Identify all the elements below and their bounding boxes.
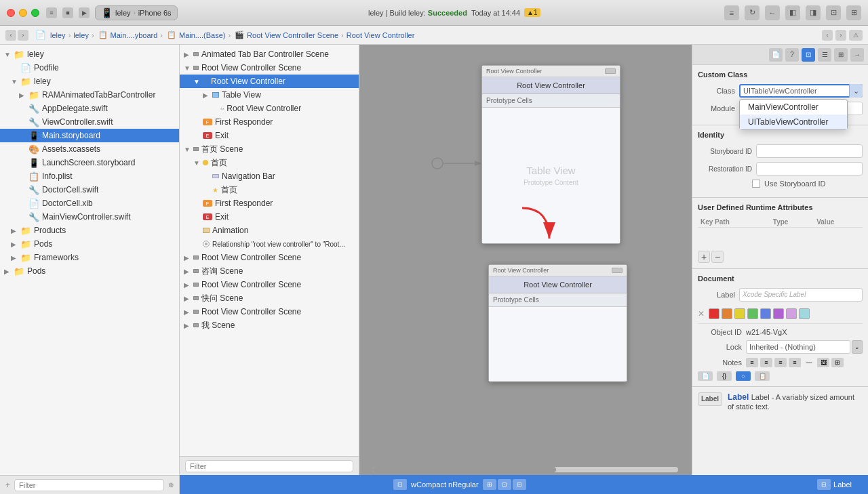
inspector-toggle-icon[interactable]: ⊟ [817,479,831,490]
use-storyboard-checkbox[interactable] [752,180,760,188]
tree-item-launchscreen[interactable]: 📱 LaunchScreen.storyboard [0,156,179,169]
breadcrumb-back[interactable]: ‹ [5,30,16,41]
tree-item-leley-group[interactable]: ▼ 📁 leley [0,75,179,88]
scene-item-shouye-vc[interactable]: ▼ 首页 [180,156,359,169]
dropdown-item-uitableviewcontroller[interactable]: UITableViewController [740,115,847,129]
doc-icon-3[interactable]: ○ [736,371,751,381]
scene-item-root-scene-1[interactable]: ▼ Root View Controller Scene [180,61,359,75]
canvas-area[interactable]: Root View Controller Root View Controlle… [359,45,692,475]
fullscreen-button[interactable] [31,9,39,17]
scene-item-relationship[interactable]: Relationship "root view controller" to "… [180,237,359,251]
tree-item-pods[interactable]: ▶ 📁 Pods [0,237,179,251]
scene-item-exit-1[interactable]: E Exit [180,129,359,142]
close-button[interactable] [7,9,15,17]
canvas-grid-icon[interactable]: ⊞ [483,479,496,490]
notes-more[interactable]: ⊞ [831,358,844,367]
color-swatch-light-blue[interactable] [799,308,810,319]
scene-filter-input[interactable] [185,460,353,472]
tree-item-viewcontroller[interactable]: 🔧 ViewController.swift [0,115,179,129]
dropdown-item-mainviewcontroller[interactable]: MainViewController [740,100,847,115]
scene-item-table-view[interactable]: ▶ Table View [180,88,359,102]
doc-icon-2[interactable]: {} [717,371,732,381]
tree-item-leley-root[interactable]: ▼ 📁 leley [0,47,179,61]
identity-inspector-icon[interactable]: ⊡ [802,48,815,62]
scene-item-kuawen-scene[interactable]: ▶ 快问 Scene [180,291,359,305]
scene-item-root-vc-1[interactable]: ▼ Root View Controller [180,75,359,88]
scheme-selector[interactable]: 📱 leley › iPhone 6s [95,5,178,20]
color-swatch-purple[interactable] [773,308,784,319]
editor-standard-icon[interactable]: ≡ [724,5,739,20]
horizontal-scrollbar[interactable] [373,467,678,472]
file-inspector-icon[interactable]: 📄 [769,48,783,62]
notes-left-align[interactable]: ≡ [746,358,758,367]
breadcrumb-rootscene[interactable]: Root View Controller Scene [247,31,338,39]
scene-item-root-vc-ref[interactable]: ‹› Root View Controller [180,102,359,115]
color-swatch-lavender[interactable] [786,308,797,319]
navigator-icon[interactable]: ◧ [785,5,800,20]
refresh-icon[interactable]: ↻ [745,5,760,20]
breadcrumb-forward[interactable]: › [18,30,28,41]
scene-item-first-responder-2[interactable]: F First Responder [180,197,359,210]
tree-item-assets[interactable]: 🎨 Assets.xcassets [0,142,179,156]
breadcrumb-leley[interactable]: leley [50,31,66,39]
breadcrumb-mainbase[interactable]: Main....(Base) [179,31,225,39]
tree-item-mainviewcontroller[interactable]: 🔧 MainViewController.swift [0,210,179,224]
scene-item-animated-tab[interactable]: ▶ Animated Tab Bar Controller Scene [180,47,359,61]
run-button[interactable]: ▶ [79,7,90,18]
tree-item-products[interactable]: ▶ 📁 Products [0,224,179,237]
restoration-id-field[interactable] [756,162,863,176]
canvas-layout-icon-2[interactable]: ⊟ [513,479,526,490]
color-swatch-orange[interactable] [722,308,732,319]
add-file-icon[interactable]: + [5,480,10,490]
scene-item-animation[interactable]: Animation [180,224,359,237]
label-field[interactable]: Xcode Specific Label [739,288,863,302]
lock-stepper[interactable]: ⌄ [852,340,863,354]
add-attribute-button[interactable]: + [698,251,710,263]
scene-item-shouye-scene[interactable]: ▼ 首页 Scene [180,142,359,156]
color-swatch-red[interactable] [709,308,719,319]
scene-item-zixun-scene[interactable]: ▶ 咨询 Scene [180,264,359,278]
tree-item-podfile[interactable]: 📄 Podfile [0,61,179,75]
color-swatch-blue[interactable] [760,308,771,319]
navigator-toggle[interactable]: ≡ [46,7,57,18]
breadcrumb-rootvc[interactable]: Root View Controller [347,31,415,39]
back-icon[interactable]: ← [765,5,780,20]
storyboard-id-field[interactable] [756,144,863,158]
tree-item-appdelegate[interactable]: 🔧 AppDelegate.swift [0,102,179,115]
size-inspector-icon[interactable]: ⊞ [834,48,848,62]
scene-item-nav-bar[interactable]: Navigation Bar [180,169,359,183]
scene-item-root-scene-2[interactable]: ▶ Root View Controller Scene [180,251,359,264]
attributes-inspector-icon[interactable]: ☰ [818,48,831,62]
tree-item-mainstoryboard[interactable]: 📱 Main.storyboard [0,129,179,142]
debug-icon[interactable]: ⊡ [826,5,841,20]
file-filter-input[interactable] [14,479,164,491]
inspector-toggle[interactable]: ◨ [806,5,821,20]
warning-icon[interactable]: ⚠ [849,30,863,41]
prev-item-icon[interactable]: ‹ [822,30,833,41]
tree-item-doctorcell-swift[interactable]: 🔧 DoctorCell.swift [0,183,179,197]
notes-image[interactable]: 🖼 [817,358,829,367]
doc-icon-1[interactable]: 📄 [698,371,713,381]
canvas-size-icon[interactable]: ⊡ [393,479,407,490]
scene-item-first-responder-1[interactable]: F First Responder [180,115,359,129]
notes-justify[interactable]: ≡ [789,358,801,367]
lock-value-field[interactable]: Inherited - (Nothing) [746,340,850,354]
scene-item-shouye-ref[interactable]: ★ 首页 [180,183,359,197]
scene-item-root-scene-3[interactable]: ▶ Root View Controller Scene [180,278,359,291]
tree-item-frameworks[interactable]: ▶ 📁 Frameworks [0,251,179,264]
quick-help-icon[interactable]: ? [785,48,799,62]
clear-color-button[interactable]: ✕ [698,309,705,318]
color-swatch-yellow[interactable] [734,308,745,319]
library-icon[interactable]: ⊞ [846,5,861,20]
connections-inspector-icon[interactable]: → [850,48,864,62]
warning-badge[interactable]: ▲1 [524,8,540,17]
breadcrumb-mainstoryboard[interactable]: Main....yboard [111,31,158,39]
tree-item-doctorcell-xib[interactable]: 📄 DoctorCell.xib [0,197,179,210]
notes-right-align[interactable]: ≡ [774,358,787,367]
breadcrumb-leley2[interactable]: leley [73,31,89,39]
scene-item-root-scene-4[interactable]: ▶ Root View Controller Scene [180,305,359,318]
filter-options-icon[interactable]: ⊕ [168,481,174,489]
class-dropdown-trigger[interactable]: UITableViewController ⌄ ⌄ [739,84,863,98]
tree-item-infoplist[interactable]: 📋 Info.plist [0,169,179,183]
minimize-button[interactable] [19,9,27,17]
